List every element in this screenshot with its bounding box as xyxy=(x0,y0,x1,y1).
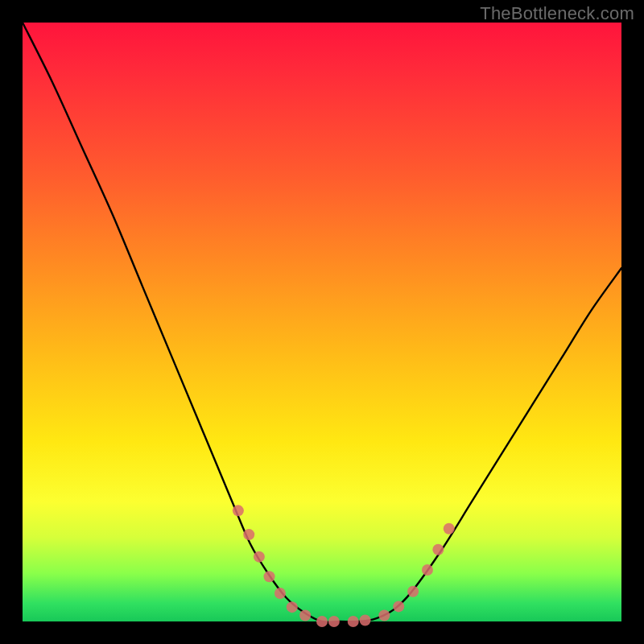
curve-svg xyxy=(23,23,621,621)
curve-marker xyxy=(299,610,311,621)
plot-area xyxy=(23,23,621,621)
curve-marker xyxy=(233,505,244,516)
curve-marker xyxy=(287,601,298,613)
curve-marker xyxy=(328,616,340,627)
chart-frame: TheBottleneck.com xyxy=(0,0,644,644)
curve-marker xyxy=(275,588,286,599)
curve-marker xyxy=(422,564,433,576)
curve-marker xyxy=(393,601,404,612)
curve-marker xyxy=(254,551,265,563)
curve-marker xyxy=(378,610,390,621)
curve-marker xyxy=(360,615,371,626)
curve-marker xyxy=(243,529,254,540)
curve-marker xyxy=(348,616,359,627)
valley-markers xyxy=(233,505,455,627)
curve-marker xyxy=(432,544,444,555)
watermark-text: TheBottleneck.com xyxy=(480,3,634,24)
curve-marker xyxy=(316,616,328,627)
curve-marker xyxy=(407,586,419,597)
curve-marker xyxy=(444,523,455,535)
curve-marker xyxy=(264,571,275,582)
bottleneck-curve xyxy=(23,23,621,622)
